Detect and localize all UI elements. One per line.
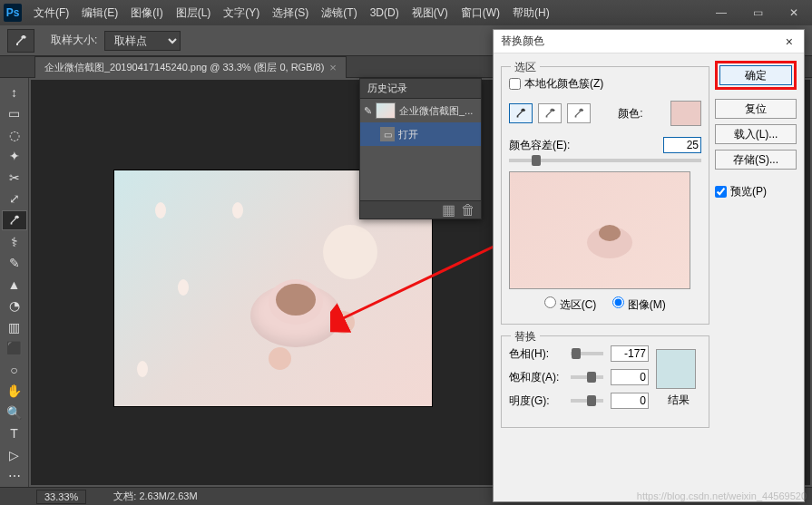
dialog-titlebar[interactable]: 替换颜色 × [494,30,804,53]
magic-wand-tool[interactable]: ✦ [2,147,27,167]
eyedropper-sample[interactable] [509,103,533,123]
ok-button[interactable]: 确定 [719,65,792,85]
brush-tool[interactable]: ✎ [2,253,27,273]
svg-text:+: + [553,107,556,112]
menu-3d[interactable]: 3D(D) [364,6,406,19]
menu-help[interactable]: 帮助(H) [506,5,556,21]
coffee-cup [250,261,341,352]
preview-mode-selection[interactable]: 选区(C) [544,296,596,313]
sample-size-select[interactable]: 取样点 [104,31,181,51]
hue-input[interactable] [611,345,649,362]
new-snapshot-icon[interactable]: ▦ [442,201,455,219]
eyedropper-add[interactable]: + [538,103,562,123]
zoom-level[interactable]: 33.33% [36,490,86,504]
lightness-label: 明度(G): [509,393,563,409]
svg-text:-: - [582,107,583,112]
saturation-input[interactable] [611,369,649,385]
menu-type[interactable]: 文字(Y) [217,5,266,21]
menu-view[interactable]: 视图(V) [406,5,455,21]
eraser-tool[interactable]: ▥ [2,317,27,337]
menu-window[interactable]: 窗口(W) [455,5,506,21]
replace-fieldset-label: 替换 [511,329,540,345]
watermark: https://blog.csdn.net/weixin_44569520 [637,490,807,501]
dialog-title: 替换颜色 [501,34,544,49]
maximize-button[interactable]: ▭ [739,0,776,25]
document-tab-title: 企业微信截图_20190417145240.png @ 33.3% (图层 0,… [44,61,324,74]
eyedropper-subtract[interactable]: - [567,103,591,123]
replace-fieldset: 替换 色相(H): 饱和度(A): [501,335,709,428]
localized-clusters-input[interactable] [509,78,521,90]
preview-mode-image[interactable]: 图像(M) [612,296,665,313]
color-label: 颜色: [618,106,642,121]
delete-state-icon[interactable]: 🗑 [461,202,475,219]
lightness-slider[interactable] [571,399,603,403]
gradient-tool[interactable]: ⬛ [2,338,27,358]
dialog-close-button[interactable]: × [782,34,797,49]
menu-select[interactable]: 选择(S) [266,5,315,21]
history-panel: 历史记录 ✎ 企业微信截图_... ▭ 打开 ▦ 🗑 [359,78,482,219]
reset-button[interactable]: 复位 [715,99,797,119]
preview-checkbox-label: 预览(P) [730,184,767,199]
type-tool[interactable]: T [2,423,27,443]
hue-label: 色相(H): [509,346,563,362]
close-window-button[interactable]: ✕ [776,0,812,25]
minimize-button[interactable]: — [703,0,739,25]
fuzziness-input[interactable] [663,137,701,153]
document-tab-close[interactable]: × [329,61,337,74]
dodge-tool[interactable]: ✋ [2,381,27,401]
healing-brush-tool[interactable]: ⚕ [2,232,27,252]
document-tab[interactable]: 企业微信截图_20190417145240.png @ 33.3% (图层 0,… [34,56,347,78]
preview-checkbox[interactable]: 预览(P) [715,184,797,199]
lasso-tool[interactable]: ◌ [2,125,27,145]
history-snapshot-row[interactable]: ✎ 企业微信截图_... [360,99,481,122]
menu-file[interactable]: 文件(F) [27,5,75,21]
selection-fieldset-label: 选区 [511,60,540,75]
preview-checkbox-input[interactable] [715,186,727,198]
menu-image[interactable]: 图像(I) [124,5,169,21]
path-selection-tool[interactable]: ▷ [2,445,27,465]
history-row-label: 企业微信截图_... [399,104,473,118]
menu-edit[interactable]: 编辑(E) [75,5,124,21]
titlebar: Ps 文件(F) 编辑(E) 图像(I) 图层(L) 文字(Y) 选择(S) 滤… [0,0,812,25]
rose-decoration [332,311,355,334]
doc-size-label: 文档: [113,490,136,501]
history-panel-tab[interactable]: 历史记录 [360,79,481,99]
frame-tool[interactable]: ⤢ [2,189,27,209]
result-color-swatch[interactable] [656,349,696,389]
selection-preview[interactable] [509,171,690,289]
saturation-slider[interactable] [571,375,603,379]
load-button[interactable]: 载入(L)... [715,124,797,144]
rose-decoration [269,347,291,370]
petal-decoration [232,202,243,219]
history-thumbnail [376,102,396,119]
crop-tool[interactable]: ✂ [2,168,27,188]
saturation-label: 饱和度(A): [509,370,563,385]
hue-slider[interactable] [571,352,603,355]
tools-panel: ↕ ▭ ◌ ✦ ✂ ⤢ ⚕ ✎ ▲ ◔ ▥ ⬛ ○ ✋ 🔍 T ▷ ⋯ [0,78,29,487]
move-tool[interactable]: ↕ [2,83,27,102]
history-brush-tool[interactable]: ◔ [2,296,27,316]
history-row-label: 打开 [398,128,418,141]
more-tools[interactable]: ⋯ [2,466,27,486]
selection-fieldset: 选区 本地化颜色簇(Z) + - 颜色: [501,66,709,325]
lightness-input[interactable] [611,393,649,409]
menu-layer[interactable]: 图层(L) [170,5,218,21]
fuzziness-slider[interactable] [509,159,701,162]
tool-preset-eyedropper[interactable] [7,29,34,53]
localized-clusters-checkbox[interactable]: 本地化颜色簇(Z) [509,76,701,92]
petal-decoration [178,279,189,296]
ok-button-highlight: 确定 [715,61,797,90]
save-button[interactable]: 存储(S)... [715,150,797,170]
history-state-row[interactable]: ▭ 打开 [360,122,481,146]
localized-clusters-label: 本地化颜色簇(Z) [524,76,603,92]
fuzziness-label: 颜色容差(E): [509,138,570,153]
sample-size-label: 取样大小: [51,33,97,48]
marquee-tool[interactable]: ▭ [2,104,27,124]
selected-color-swatch[interactable] [670,101,701,126]
clone-stamp-tool[interactable]: ▲ [2,275,27,295]
menu-filter[interactable]: 滤镜(T) [315,5,363,21]
pen-tool[interactable]: 🔍 [2,403,27,422]
blur-tool[interactable]: ○ [2,360,27,380]
doc-size-value: 2.63M/2.63M [139,490,197,501]
eyedropper-tool[interactable] [2,210,27,230]
